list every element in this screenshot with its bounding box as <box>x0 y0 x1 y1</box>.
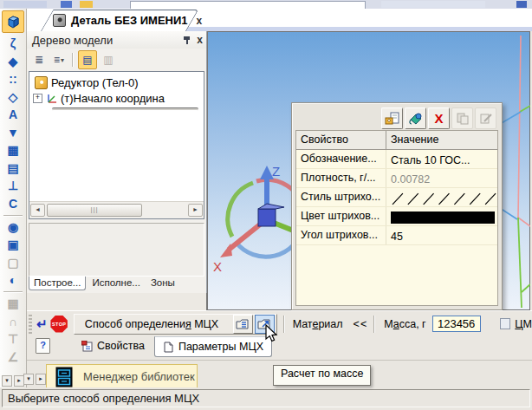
table-row[interactable]: Стиль штрихо... <box>296 188 497 207</box>
toolbar-separator <box>3 215 23 217</box>
table-row[interactable]: Плотность, г/... 0.00782 <box>296 169 497 188</box>
mouse-cursor <box>265 324 279 342</box>
solid-modeling-icon[interactable]: ◉ <box>3 219 23 236</box>
row-label: Цвет штрихов... <box>296 207 386 225</box>
tab-versions[interactable]: Исполне... <box>88 277 144 290</box>
panel-title: Дерево модели <box>32 34 178 47</box>
specification-icon[interactable]: ▦ <box>3 142 23 159</box>
tab-label: Свойства <box>97 340 145 352</box>
scroll-left-icon[interactable]: ◄ <box>30 204 45 217</box>
row-label: Угол штрихов... <box>296 226 386 244</box>
additional-window-icon: ▥ <box>100 51 117 68</box>
build-end-pointer[interactable] <box>52 107 198 111</box>
extrude-icon[interactable]: ▣ <box>3 237 23 253</box>
tree-bottom-tabs: Построе... Исполне... Зоны <box>27 277 206 293</box>
clipped-toolbar-fragment <box>3 1 47 8</box>
pin-icon[interactable] <box>183 36 191 45</box>
edit-part-cube-icon[interactable] <box>2 10 24 33</box>
row-label: Обозначение... <box>296 150 386 168</box>
boolean-icon[interactable]: ◐ <box>3 272 23 289</box>
tree-item-origin[interactable]: + (т)Начало координа <box>29 90 204 106</box>
tab-label: Параметры МЦХ <box>178 341 263 353</box>
apply-fill-icon[interactable] <box>405 107 426 129</box>
tab-properties[interactable]: Свойства <box>74 336 152 355</box>
tree-composition-toggle-icon[interactable]: ▤ <box>78 50 97 69</box>
toolbar-overflow-down-icon[interactable]: ▾ <box>23 374 34 385</box>
column-header-value: Значение <box>386 131 438 149</box>
status-message: Выберите способ определения МЦХ <box>2 389 530 407</box>
tree-item-root[interactable]: Редуктор (Тел-0) <box>29 75 204 90</box>
close-icon[interactable]: x <box>197 34 203 46</box>
table-row[interactable]: Угол штрихов... 45 <box>296 226 497 245</box>
tab-zones[interactable]: Зоны <box>146 277 179 290</box>
document-tab-title: Деталь БЕЗ ИМЕНИ1 <box>71 14 188 27</box>
model-tree-panel: Дерево модели x ≣ ≡ ▾ ▤ ▥ Редуктор (Тел-… <box>27 31 207 293</box>
tree-item-label: (т)Начало координа <box>61 92 165 105</box>
document-tab[interactable]: Деталь БЕЗ ИМЕНИ1 x <box>41 10 186 31</box>
auxiliary-geometry-icon[interactable]: ◇ <box>3 89 23 106</box>
row-value: 45 <box>386 226 497 244</box>
mcx-tab-icon <box>163 342 174 353</box>
library-manager-label: Менеджер библиотек <box>83 370 195 383</box>
display-options-icon[interactable]: ≡ ▾ <box>50 51 68 68</box>
compact-instrument-panel: ζ ◆ :: ◇ A ▼ ▦ ▤ ⊥ C ◉ ▣ ▢ ◐ ▦ ∩ ⊤ ∠ ▾ ▸ <box>0 9 27 387</box>
separator <box>283 316 285 333</box>
report-icon[interactable]: ▤ <box>3 160 23 177</box>
clipped-toolbar-fragment <box>61 1 72 8</box>
expand-plus-icon[interactable]: + <box>33 94 42 103</box>
clipped-toolbar-fragment <box>516 1 527 8</box>
filter-icon[interactable]: ▼ <box>3 125 23 141</box>
collapse-chevrons[interactable]: << <box>354 318 368 330</box>
measure-icon[interactable]: A <box>3 107 23 123</box>
toolbar-overflow-down-icon[interactable]: ▾ <box>2 375 12 387</box>
part-icon <box>35 76 48 89</box>
popup-toolbar: Х <box>295 107 498 130</box>
table-row[interactable]: Обозначение... Сталь 10 ГОС... <box>296 150 497 169</box>
scrollbar-thumb[interactable]: ||| <box>47 204 142 217</box>
display-options-glyph: ≡ <box>54 54 60 66</box>
clipped-toolbar-fragment <box>381 1 485 8</box>
copy-icon <box>451 107 473 129</box>
column-header-property: Свойство <box>296 131 386 149</box>
color-swatch-value <box>386 207 497 225</box>
mass-input[interactable] <box>432 316 481 332</box>
tab-mcx-parameters[interactable]: Параметры МЦХ <box>154 336 272 357</box>
library-cabinet-icon <box>55 367 73 387</box>
tooltip: Расчет по массе <box>273 365 371 386</box>
rib-icon: ∠ <box>3 349 23 366</box>
row-label: Плотность, г/... <box>296 169 386 187</box>
panel-grip[interactable] <box>29 315 32 334</box>
scroll-right-icon[interactable]: ► <box>188 204 203 217</box>
table-row[interactable]: Цвет штрихов... <box>296 207 497 226</box>
collections-icon[interactable]: C <box>3 196 23 212</box>
color-swatch <box>391 212 495 224</box>
help-icon[interactable]: ? <box>36 338 50 354</box>
material-properties-table: Свойство Значение Обозначение... Сталь 1… <box>295 130 498 306</box>
mcx-by-density-button[interactable] <box>233 315 253 334</box>
delete-icon[interactable]: Х <box>428 107 450 129</box>
tab-building[interactable]: Построе... <box>29 277 86 290</box>
cm-checkbox[interactable] <box>500 318 511 329</box>
mass-label: Масса, г <box>384 318 425 330</box>
library-manager-tab[interactable]: ▾ ▸ Менеджер библиотек <box>46 364 198 388</box>
edit-icon <box>475 107 496 129</box>
model-tree-toolbar: ≣ ≡ ▾ ▤ ▥ <box>27 49 206 71</box>
points-icon[interactable]: :: <box>3 71 23 88</box>
interrupt-stop-icon[interactable]: STOP <box>50 316 67 333</box>
delete-glyph: Х <box>434 111 443 126</box>
choose-material-icon[interactable] <box>381 107 403 129</box>
status-bar: Выберите способ определения МЦХ <box>0 387 532 410</box>
tree-item-label: Редуктор (Тел-0) <box>51 76 139 89</box>
mcx-method-group: Способ определения МЦХ <box>74 314 277 335</box>
array-icon: ▦ <box>3 296 23 312</box>
spatial-curves-icon[interactable]: ζ <box>3 36 23 52</box>
control-dimension-icon[interactable]: ⊥ <box>3 178 23 194</box>
toolbar-overflow-right-icon[interactable]: ▸ <box>36 374 46 385</box>
surfaces-icon[interactable]: ◆ <box>3 54 23 70</box>
tree-structure-icon[interactable]: ≣ <box>30 51 48 68</box>
create-object-icon[interactable]: ↵ <box>36 317 48 331</box>
close-icon[interactable]: x <box>197 15 203 27</box>
material-button[interactable]: Материал <box>293 318 343 330</box>
horizontal-scrollbar[interactable]: ◄ ||| ► <box>29 201 204 218</box>
fillet-icon: ∩ <box>3 314 23 330</box>
